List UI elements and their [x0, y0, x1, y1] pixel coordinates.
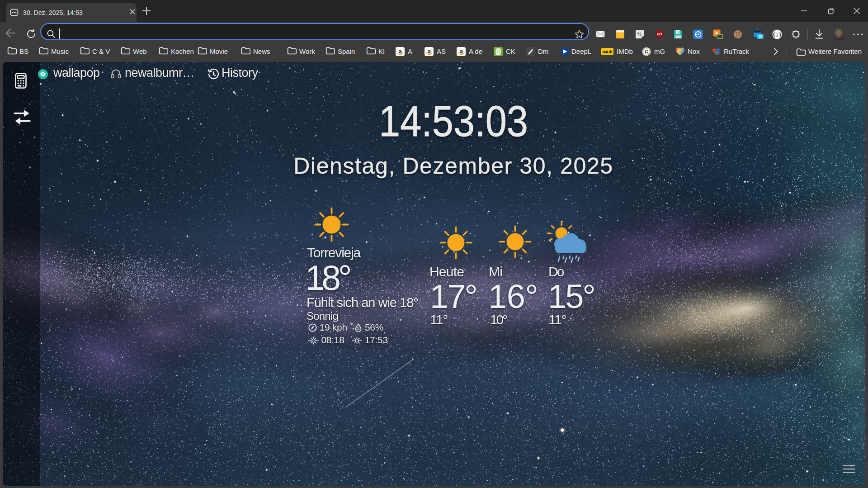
svg-text:IMDb: IMDb — [603, 50, 613, 54]
svg-text:10: 10 — [758, 34, 763, 39]
svg-text:{;}: {;} — [773, 32, 782, 38]
svg-text:%: % — [637, 31, 642, 37]
svg-text:uO: uO — [657, 32, 662, 36]
svg-text:G: G — [645, 49, 649, 54]
svg-text:a: a — [398, 48, 402, 55]
svg-text:a: a — [459, 48, 463, 55]
svg-text:a: a — [427, 48, 431, 55]
